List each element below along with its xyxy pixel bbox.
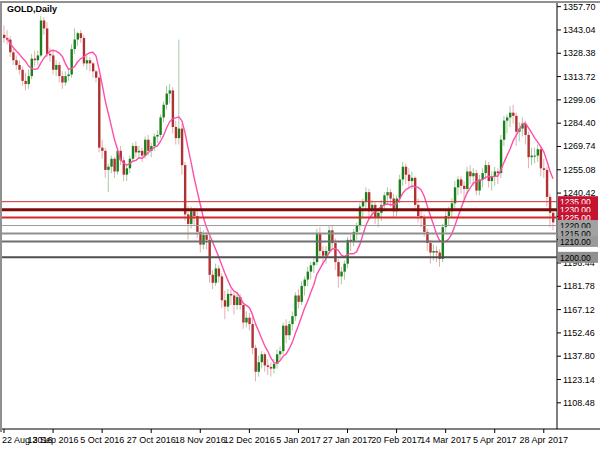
candle-body <box>144 140 146 156</box>
candle-body <box>3 35 5 38</box>
candle-body <box>18 65 20 70</box>
candle-body <box>21 70 23 81</box>
candle-body <box>92 63 94 71</box>
candle-body <box>340 272 342 277</box>
candle-body <box>245 318 247 323</box>
candle-body <box>61 76 63 82</box>
candle-body <box>362 202 364 207</box>
candle-body <box>162 105 164 118</box>
candle-body <box>386 192 388 195</box>
time-tick-label: 27 Jan 2017 <box>323 435 373 445</box>
price-tick-label: 1284.40 <box>563 118 596 128</box>
candle-body <box>52 55 54 69</box>
candle-body <box>279 351 281 354</box>
candle-body <box>46 28 48 53</box>
candle-body <box>334 243 336 262</box>
candle-body <box>34 59 36 61</box>
candle-body <box>423 218 425 232</box>
time-tick-label: 5 Oct 2016 <box>80 435 124 445</box>
candle-body <box>178 129 180 139</box>
price-tick-label: 1167.12 <box>563 305 595 315</box>
candle-body <box>270 367 272 369</box>
candle-body <box>159 117 161 134</box>
candle-body <box>485 165 487 173</box>
candle-body <box>80 33 82 38</box>
candle-body <box>138 151 140 153</box>
candle-body <box>273 364 275 369</box>
candle-body <box>101 148 103 151</box>
candle-body <box>175 127 177 138</box>
candle-body <box>512 113 514 116</box>
candle-body <box>230 294 232 296</box>
candle-body <box>402 167 404 180</box>
candle-body <box>540 149 542 168</box>
candle-body <box>325 251 327 256</box>
candle-body <box>466 171 468 188</box>
candle-body <box>356 226 358 232</box>
price-tick-label: 1313.72 <box>563 72 596 82</box>
candle-body <box>389 192 391 198</box>
candle-body <box>89 60 91 63</box>
candle-body <box>537 149 539 155</box>
candle-body <box>310 265 312 271</box>
time-tick-label: 5 Apr 2017 <box>473 435 517 445</box>
candle-body <box>236 297 238 305</box>
candle-body <box>264 354 266 365</box>
price-tick-label: 1299.06 <box>563 95 596 105</box>
candle-body <box>107 167 109 170</box>
candle-body <box>126 168 128 174</box>
price-chart-canvas[interactable]: 1357.701343.041328.381313.721299.061284.… <box>0 0 600 450</box>
time-tick-label: 5 Jan 2017 <box>276 435 321 445</box>
candle-body <box>429 243 431 253</box>
candle-body <box>534 156 536 157</box>
candle-body <box>258 362 260 372</box>
candle-body <box>494 171 496 176</box>
candle-body <box>181 129 183 166</box>
price-tick-label: 1123.14 <box>563 375 595 385</box>
candle-body <box>509 113 511 118</box>
price-tick-label: 1108.48 <box>563 398 595 408</box>
candle-body <box>83 38 85 63</box>
candle-body <box>135 146 137 152</box>
candle-body <box>153 137 155 147</box>
candle-body <box>86 60 88 63</box>
candle-body <box>205 235 207 240</box>
candle-body <box>261 354 263 362</box>
candle-body <box>288 324 290 335</box>
candle-body <box>515 116 517 132</box>
candle-body <box>251 324 253 348</box>
candle-body <box>297 295 299 301</box>
price-tick-label: 1357.70 <box>563 2 596 12</box>
candle-body <box>463 186 465 189</box>
time-tick-label: 28 Apr 2017 <box>520 435 569 445</box>
candle-body <box>408 175 410 181</box>
candle-body <box>58 65 60 76</box>
candle-body <box>322 251 324 256</box>
candle-body <box>40 20 42 55</box>
price-tick-label: 1328.38 <box>563 48 596 58</box>
time-tick-label: 20 Feb 2017 <box>371 435 422 445</box>
candle-body <box>365 192 367 202</box>
candle-body <box>141 151 143 156</box>
candle-body <box>24 81 26 84</box>
candle-body <box>28 76 30 84</box>
candle-body <box>184 165 186 214</box>
price-tick-label: 1343.04 <box>563 25 596 35</box>
chart-window: GOLD,Daily 1357.701343.041328.381313.721… <box>0 0 600 450</box>
candle-body <box>221 276 223 300</box>
candle-body <box>337 262 339 276</box>
candle-body <box>49 54 51 56</box>
price-tick-label: 1181.78 <box>563 281 595 291</box>
level-price-label: 1200.00 <box>560 253 591 263</box>
candle-body <box>64 76 66 82</box>
candle-body <box>215 268 217 282</box>
candle-body <box>347 240 349 264</box>
candle-body <box>282 326 284 351</box>
candle-body <box>37 55 39 60</box>
candle-body <box>12 52 14 60</box>
candle-body <box>546 170 548 197</box>
candle-body <box>307 272 309 280</box>
candle-body <box>95 71 97 77</box>
candle-body <box>267 365 269 367</box>
candle-body <box>411 178 413 181</box>
